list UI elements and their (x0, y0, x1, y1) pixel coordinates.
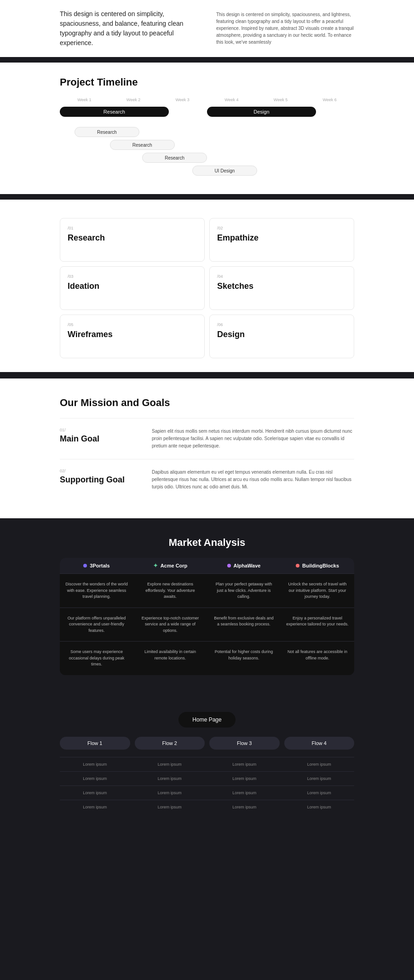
market-cell-1-4: Unlock the secrets of travel with our in… (281, 579, 354, 602)
card-title-5: Wireframes (68, 330, 197, 339)
card-design: /06 Design (209, 315, 354, 358)
card-sketches: /04 Sketches (209, 266, 354, 310)
dark-separator-1 (0, 57, 414, 63)
section-flow: Home Page Flow 1 Flow 2 Flow 3 Flow 4 Lo… (0, 693, 414, 842)
cards-grid: /01 Research /02 Empathize /03 Ideation … (60, 218, 354, 358)
card-number-5: /05 (68, 322, 197, 327)
week-4: Week 4 (207, 97, 256, 102)
intro-side-text: This design is centered on simplicity, s… (216, 9, 354, 46)
market-cell-1-1: Discover the wonders of the world with e… (60, 579, 133, 602)
mission-item-1: 01/ Main Goal Sapien elit risus mollis s… (60, 418, 354, 459)
mission-label-2: Supporting Goal (60, 475, 133, 485)
market-row-2: Our platform offers unparalleled conveni… (60, 607, 354, 642)
flow-cell-4-2: Lorem ipsum (135, 805, 205, 809)
flow-tab-4[interactable]: Flow 4 (284, 737, 355, 750)
market-row-3: Some users may experience occasional del… (60, 641, 354, 675)
flow-cell-2-3: Lorem ipsum (209, 776, 280, 781)
market-rows: Discover the wonders of the world with e… (60, 573, 354, 675)
brand-icon-2: ✦ (153, 562, 158, 569)
bar-design-1: Design (207, 107, 316, 117)
timeline-row-3: Research (60, 140, 354, 150)
market-cell-1-3: Plan your perfect getaway with just a fe… (207, 579, 281, 602)
section-mission: Our Mission and Goals 01/ Main Goal Sapi… (0, 378, 414, 518)
market-cell-3-3: Potential for higher costs during holida… (207, 647, 281, 670)
flow-cell-3-3: Lorem ipsum (209, 791, 280, 795)
card-number-1: /01 (68, 226, 197, 230)
timeline-bars-container: Research Design Research Research Resear… (60, 107, 354, 176)
market-cell-2-3: Benefit from exclusive deals and a seaml… (207, 613, 281, 636)
mission-title: Our Mission and Goals (60, 397, 354, 409)
market-row-1: Discover the wonders of the world with e… (60, 573, 354, 607)
section-cards: /01 Research /02 Empathize /03 Ideation … (0, 200, 414, 372)
card-title-3: Ideation (68, 281, 197, 291)
flow-home-btn-container: Home Page (60, 712, 354, 728)
market-cell-2-1: Our platform offers unparalleled conveni… (60, 613, 133, 636)
mission-item-2: 02/ Supporting Goal Dapibus aliquam elem… (60, 459, 354, 500)
mission-desc-2: Dapibus aliquam elementum eu vel eget te… (152, 469, 354, 491)
market-header: 3Portals ✦ Acme Corp AlphaWave BuildingB… (60, 558, 354, 573)
brand-dot-4 (296, 564, 299, 567)
week-2: Week 2 (109, 97, 158, 102)
week-1: Week 1 (60, 97, 109, 102)
flow-tab-1[interactable]: Flow 1 (60, 737, 130, 750)
flow-cell-1-4: Lorem ipsum (284, 762, 355, 767)
dark-separator-2 (0, 194, 414, 200)
card-title-1: Research (68, 233, 197, 243)
intro-main-text: This design is centered on simplicity, s… (60, 9, 198, 48)
flow-rows: Lorem ipsum Lorem ipsum Lorem ipsum Lore… (60, 757, 354, 814)
flow-cell-3-1: Lorem ipsum (60, 791, 130, 795)
mission-number-2: 02/ (60, 469, 133, 473)
market-col-4: BuildingBlocks (281, 562, 354, 569)
card-title-6: Design (217, 330, 346, 339)
market-cell-3-4: Not all features are accessible in offli… (281, 647, 354, 670)
week-3: Week 3 (158, 97, 207, 102)
timeline-weeks: Week 1 Week 2 Week 3 Week 4 Week 5 Week … (60, 97, 354, 102)
timeline-row-5: UI Design (60, 166, 354, 176)
flow-tab-3[interactable]: Flow 3 (209, 737, 280, 750)
market-cell-2-4: Enjoy a personalized travel experience t… (281, 613, 354, 636)
home-page-button[interactable]: Home Page (178, 712, 235, 728)
flow-tab-2[interactable]: Flow 2 (135, 737, 205, 750)
timeline-row-4: Research (60, 153, 354, 163)
flow-cell-3-2: Lorem ipsum (135, 791, 205, 795)
bar-uidesign: UI Design (192, 166, 257, 176)
section-timeline: Project Timeline Week 1 Week 2 Week 3 We… (0, 63, 414, 194)
flow-cell-4-4: Lorem ipsum (284, 805, 355, 809)
bar-research-1: Research (60, 107, 169, 117)
market-cell-1-2: Explore new destinations effortlessly. Y… (133, 579, 207, 602)
week-6: Week 6 (305, 97, 354, 102)
bar-research-4: Research (142, 153, 207, 163)
card-wireframes: /05 Wireframes (60, 315, 205, 358)
market-col-3: AlphaWave (207, 562, 281, 569)
timeline-row-1: Research Design (60, 107, 354, 118)
bar-research-2: Research (75, 127, 139, 137)
section-intro: This design is centered on simplicity, s… (0, 0, 414, 57)
flow-row-2: Lorem ipsum Lorem ipsum Lorem ipsum Lore… (60, 771, 354, 785)
card-empathize: /02 Empathize (209, 218, 354, 262)
flow-cell-4-3: Lorem ipsum (209, 805, 280, 809)
section-market: Market Analysis 3Portals ✦ Acme Corp Alp… (0, 518, 414, 693)
market-table: 3Portals ✦ Acme Corp AlphaWave BuildingB… (60, 558, 354, 675)
page-wrapper: This design is centered on simplicity, s… (0, 0, 414, 842)
dark-separator-3 (0, 372, 414, 378)
market-col-1: 3Portals (60, 562, 133, 569)
timeline-row-2: Research (60, 127, 354, 137)
flow-cell-4-1: Lorem ipsum (60, 805, 130, 809)
card-ideation: /03 Ideation (60, 266, 205, 310)
flow-row-4: Lorem ipsum Lorem ipsum Lorem ipsum Lore… (60, 800, 354, 814)
flow-cell-3-4: Lorem ipsum (284, 791, 355, 795)
card-title-4: Sketches (217, 281, 346, 291)
flow-cell-2-1: Lorem ipsum (60, 776, 130, 781)
flow-cell-2-2: Lorem ipsum (135, 776, 205, 781)
mission-desc-1: Sapien elit risus mollis sem netus risus… (152, 428, 354, 450)
card-research: /01 Research (60, 218, 205, 262)
flow-cell-1-3: Lorem ipsum (209, 762, 280, 767)
market-cell-3-2: Limited availability in certain remote l… (133, 647, 207, 670)
market-title: Market Analysis (60, 537, 354, 549)
card-number-3: /03 (68, 274, 197, 279)
timeline-title: Project Timeline (60, 76, 354, 88)
flow-row-3: Lorem ipsum Lorem ipsum Lorem ipsum Lore… (60, 785, 354, 800)
card-title-2: Empathize (217, 233, 346, 243)
week-5: Week 5 (256, 97, 305, 102)
card-number-4: /04 (217, 274, 346, 279)
